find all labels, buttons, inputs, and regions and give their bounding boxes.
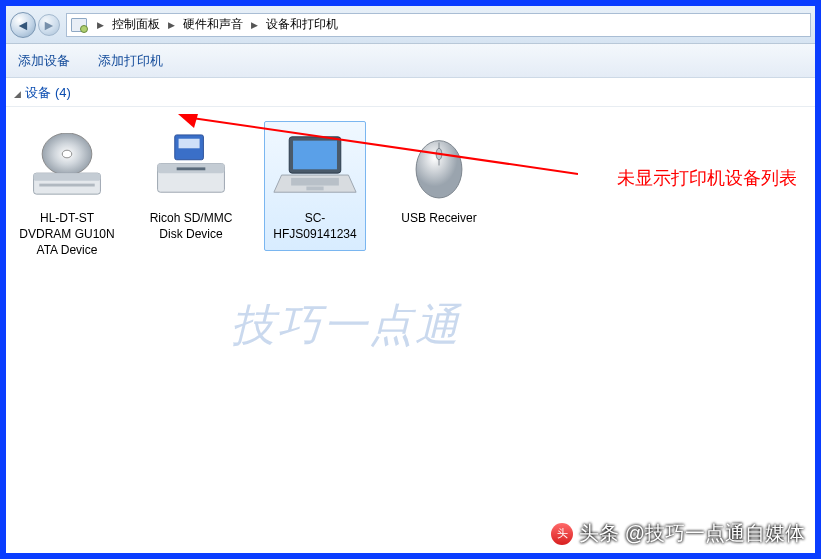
device-label: SC-HFJS09141234 [267, 210, 363, 242]
section-count: (4) [55, 85, 71, 100]
device-label: Ricoh SD/MMC Disk Device [143, 210, 239, 242]
section-label: 设备 [25, 84, 51, 102]
command-bar: 添加设备 添加打印机 [6, 44, 815, 78]
device-item[interactable]: HL-DT-ST DVDRAM GU10N ATA Device [16, 121, 118, 268]
device-item[interactable]: USB Receiver [388, 121, 490, 235]
mouse-icon [391, 128, 487, 204]
svg-rect-11 [293, 140, 337, 169]
svg-rect-4 [39, 183, 94, 186]
watermark-center: 技巧一点通 [231, 296, 461, 355]
watermark-footer-text: 头条 @技巧一点通自媒体 [579, 520, 805, 547]
breadcrumb-item[interactable]: 设备和打印机 [266, 16, 338, 33]
svg-rect-3 [34, 173, 101, 181]
chevron-right-icon: ▶ [97, 20, 104, 30]
add-printer-button[interactable]: 添加打印机 [98, 52, 163, 70]
svg-point-16 [436, 148, 442, 159]
svg-rect-9 [177, 167, 206, 170]
arrow-left-icon: ◄ [16, 17, 30, 33]
chevron-right-icon: ▶ [168, 20, 175, 30]
location-icon [71, 18, 87, 32]
annotation-text: 未显示打印机设备列表 [617, 166, 797, 190]
optical-drive-icon [19, 128, 115, 204]
breadcrumb-item[interactable]: 硬件和声音 [183, 16, 243, 33]
breadcrumb-item[interactable]: 控制面板 [112, 16, 160, 33]
arrow-right-icon: ► [42, 17, 56, 33]
device-list: HL-DT-ST DVDRAM GU10N ATA Device Ricoh S… [6, 107, 815, 282]
card-reader-icon [143, 128, 239, 204]
device-item[interactable]: SC-HFJS09141234 [264, 121, 366, 251]
svg-point-1 [62, 150, 72, 158]
breadcrumb[interactable]: ▶ 控制面板 ▶ 硬件和声音 ▶ 设备和打印机 [89, 16, 342, 33]
back-button[interactable]: ◄ [10, 12, 36, 38]
chevron-right-icon: ▶ [251, 20, 258, 30]
svg-rect-13 [306, 186, 323, 190]
device-label: HL-DT-ST DVDRAM GU10N ATA Device [19, 210, 115, 259]
address-bar[interactable]: ▶ 控制面板 ▶ 硬件和声音 ▶ 设备和打印机 [66, 13, 811, 37]
toutiao-logo-icon: 头 [551, 523, 573, 545]
nav-buttons: ◄ ► [10, 12, 60, 38]
watermark-footer: 头 头条 @技巧一点通自媒体 [551, 520, 805, 547]
window-titlebar: ◄ ► ▶ 控制面板 ▶ 硬件和声音 ▶ 设备和打印机 [6, 6, 815, 44]
device-item[interactable]: Ricoh SD/MMC Disk Device [140, 121, 242, 251]
forward-button[interactable]: ► [38, 14, 60, 36]
laptop-icon [267, 128, 363, 204]
add-device-button[interactable]: 添加设备 [18, 52, 70, 70]
svg-rect-6 [179, 138, 200, 148]
svg-rect-12 [291, 177, 339, 185]
section-header-devices[interactable]: ◢ 设备 (4) [6, 78, 815, 107]
device-label: USB Receiver [391, 210, 487, 226]
